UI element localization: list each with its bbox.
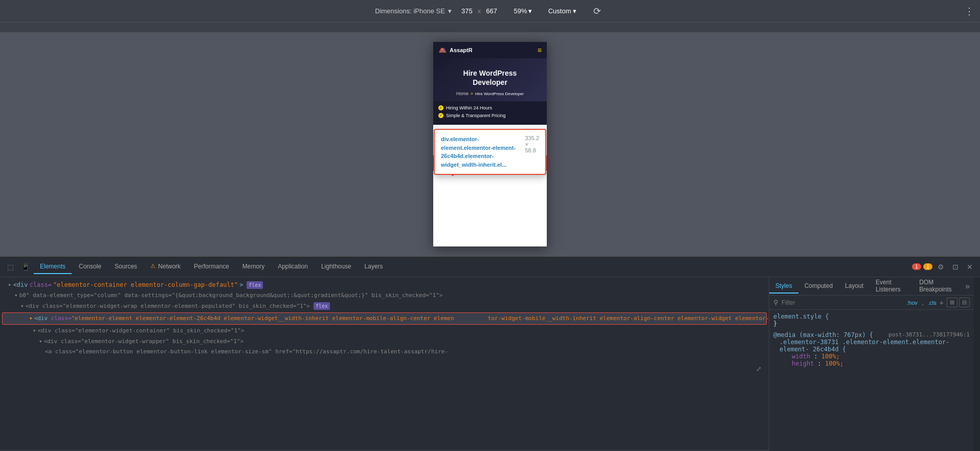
hov-button[interactable]: :hov	[907, 300, 918, 306]
element-style-close: }	[773, 320, 777, 327]
tab-performance[interactable]: Performance	[188, 260, 235, 274]
element-line-4: ▾ <div class="elementor-widget-container…	[0, 326, 769, 336]
feature-dot-2: ✓	[438, 113, 443, 118]
device-icon[interactable]: 📱	[18, 261, 33, 273]
tab-lighthouse[interactable]: Lighthouse	[315, 260, 358, 274]
custom-arrow: ▾	[573, 7, 576, 15]
styles-filter-bar: ⚲ :hov . .cls + ⊞ ⊟	[769, 296, 974, 310]
tab-sources[interactable]: Sources	[108, 260, 143, 274]
zoom-arrow: ▾	[528, 7, 532, 15]
settings-button[interactable]: ⚙	[934, 261, 947, 273]
add-style-rule-button[interactable]: +	[940, 299, 944, 307]
right-scrollbar[interactable]	[974, 277, 980, 451]
preview-hero: Hire WordPress Developer Home » Hire Wor…	[433, 58, 547, 101]
devtools-content: ▸ <div class="elementor-container elemen…	[0, 277, 980, 451]
jump-to-node-btn[interactable]: ⤢	[756, 364, 762, 374]
height-value: 100%;	[825, 360, 843, 367]
element-line-5: ▾ <div class="elementor-widget-wrapper" …	[0, 336, 769, 347]
feature-item-1: ✓ Hiring Within 24 Hours	[438, 105, 542, 110]
flex-badge-2: flex	[314, 302, 330, 310]
styles-panel: Styles Computed Layout Event Listeners D…	[769, 277, 974, 451]
mobile-preview-frame: AssaptR ≡ Hire WordPress Developer Home …	[433, 42, 547, 246]
style-icon-buttons: ⊞ ⊟	[947, 298, 970, 307]
preview-area: AssaptR ≡ Hire WordPress Developer Home …	[0, 33, 980, 256]
dropdown-arrow: ▾	[448, 7, 452, 15]
warn-badge: 1	[923, 263, 932, 270]
tab-console[interactable]: Console	[73, 260, 107, 274]
devtools-panel: ⬚ 📱 Elements Console Sources ⚠ Network P…	[0, 256, 980, 451]
element-line-3: ▾ <div class="elementor-widget-wrap elem…	[0, 301, 769, 312]
preview-breadcrumb: Home » Hire WordPress Developer	[438, 91, 542, 96]
styles-content: element.style { } @media (max-width: 767…	[769, 310, 974, 451]
layout-icon[interactable]: ⊟	[959, 298, 970, 307]
dimensions-label: Dimensions: iPhone SE	[375, 7, 445, 15]
tab-layers[interactable]: Layers	[359, 260, 389, 274]
collapse-arrow-4[interactable]: ▾	[29, 314, 33, 323]
styles-tab-styles[interactable]: Styles	[769, 279, 798, 294]
styles-tab-layout[interactable]: Layout	[839, 279, 870, 294]
viewport-width: 375	[461, 7, 473, 15]
filter-icon: ⚲	[773, 299, 778, 306]
media-query-rule: @media (max-width: 767px) { post-38731..…	[773, 331, 970, 367]
close-devtools-button[interactable]: ✕	[964, 261, 976, 273]
styles-tab-dom-breakpoints[interactable]: DOM Breakpoints	[913, 277, 961, 297]
tab-memory[interactable]: Memory	[236, 260, 271, 274]
media-inner-selector: .elementor-38731 .elementor-element.elem…	[779, 339, 949, 353]
viewport-height: 667	[486, 7, 497, 15]
element-style-selector: element.style {	[773, 313, 829, 320]
collapse-arrow-1[interactable]: ▸	[8, 281, 12, 289]
tab-elements[interactable]: Elements	[34, 260, 72, 274]
element-style-rule: element.style { }	[773, 313, 970, 327]
tooltip-class-text: div.elementor-element.elementor-element-…	[441, 135, 523, 169]
style-source-1: post-38731...738177946:1	[888, 331, 970, 339]
ruler-bar	[0, 22, 980, 33]
breadcrumb-home: Home	[456, 91, 469, 96]
highlighted-element-line[interactable]: ▾ <div class="elementor-element elemento…	[2, 312, 767, 325]
element-tooltip: div.elementor-element.elementor-element-…	[434, 129, 546, 175]
tooltip-size-text: 335.2 × 58.8	[525, 135, 539, 153]
styles-expand-icon[interactable]: »	[961, 282, 974, 291]
collapse-arrow-2[interactable]: ▾	[14, 291, 18, 300]
breadcrumb-sep: »	[471, 91, 473, 96]
tab-network[interactable]: ⚠ Network	[144, 260, 187, 274]
devtools-top-bar: Dimensions: iPhone SE ▾ 375 x 667 59% ▾ …	[0, 0, 980, 22]
dimensions-controls: Dimensions: iPhone SE ▾ 375 x 667 59% ▾ …	[375, 4, 605, 18]
styles-filter-input[interactable]	[782, 299, 904, 306]
collapse-arrow-3[interactable]: ▾	[20, 302, 24, 311]
feature-dot-1: ✓	[438, 105, 443, 110]
preview-logo: AssaptR	[438, 47, 473, 54]
preview-features: ✓ Hiring Within 24 Hours ✓ Simple & Tran…	[433, 101, 547, 125]
dock-button[interactable]: ⊡	[949, 261, 962, 273]
devtools-right-controls: 1 1 ⚙ ⊡ ✕	[912, 261, 976, 273]
width-value: 100%;	[821, 353, 840, 360]
el-tag-1: <div	[13, 280, 28, 289]
styles-tab-event-listeners[interactable]: Event Listeners	[870, 277, 913, 297]
element-line-2: ▾ b0" data-element_type="column" data-se…	[0, 290, 769, 301]
collapse-arrow-6[interactable]: ▾	[39, 337, 42, 346]
cls-button[interactable]: .cls	[928, 300, 937, 306]
collapse-arrow-5[interactable]: ▾	[33, 327, 36, 335]
rotate-button[interactable]: ⟳	[589, 4, 605, 18]
element-line-1: ▸ <div class="elementor-container elemen…	[0, 279, 769, 290]
preview-header: AssaptR ≡	[433, 42, 547, 58]
more-options-button[interactable]: ⋮	[965, 6, 974, 17]
dimension-x-sep: x	[478, 7, 481, 15]
breadcrumb-current: Hire WordPress Developer	[475, 92, 524, 96]
custom-dropdown[interactable]: Custom ▾	[545, 6, 580, 16]
zoom-dropdown[interactable]: 59% ▾	[510, 6, 535, 16]
network-warn-icon: ⚠	[150, 263, 155, 269]
flex-badge-1: flex	[247, 281, 263, 289]
element-line-6: <a class="elementor-button elementor-but…	[0, 347, 769, 357]
inspect-icon[interactable]: ⬚	[4, 261, 17, 273]
preview-hero-title: Hire WordPress Developer	[438, 69, 542, 87]
devtools-tabs: ⬚ 📱 Elements Console Sources ⚠ Network P…	[0, 257, 980, 277]
tab-application[interactable]: Application	[272, 260, 314, 274]
styles-panel-tabs: Styles Computed Layout Event Listeners D…	[769, 277, 974, 296]
logo-svg	[438, 47, 448, 54]
elements-panel: ▸ <div class="elementor-container elemen…	[0, 277, 769, 451]
box-model-icon[interactable]: ⊞	[947, 298, 957, 307]
feature-item-2: ✓ Simple & Transparent Pricing	[438, 113, 542, 118]
styles-tab-computed[interactable]: Computed	[798, 279, 839, 294]
error-badge: 1	[912, 263, 921, 270]
media-query-text: @media (max-width: 767px) {	[773, 331, 873, 339]
